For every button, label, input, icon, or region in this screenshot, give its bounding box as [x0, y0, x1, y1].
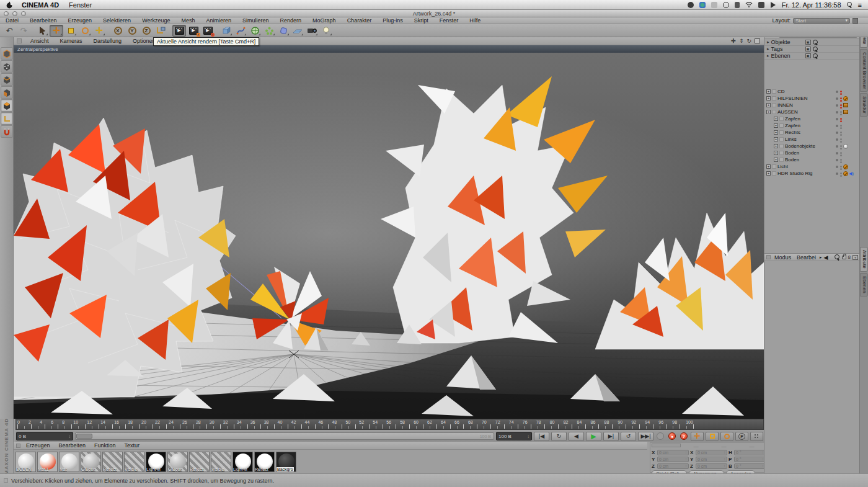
expand-icon[interactable]: +: [766, 164, 771, 169]
visibility-dots[interactable]: [836, 145, 842, 148]
render-view-button[interactable]: ▶: [172, 25, 186, 37]
render-queue-button[interactable]: ▶: [201, 25, 215, 37]
notification-list-icon[interactable]: ≡: [858, 1, 862, 9]
add-subdivision-surface-button[interactable]: [248, 25, 262, 37]
app-menu-item[interactable]: Mesh: [175, 17, 200, 24]
expand-icon[interactable]: +: [774, 151, 778, 155]
panel-handle[interactable]: [16, 444, 20, 448]
axis-mode-button[interactable]: [1, 112, 13, 125]
expand-icon[interactable]: +: [766, 96, 771, 101]
attr-menu-modus[interactable]: Modus: [773, 254, 793, 261]
material-swatch[interactable]: Mat.1: [37, 452, 58, 472]
app-menu-item[interactable]: Erzeugen: [63, 17, 98, 24]
app-menu-item[interactable]: Fenster: [434, 17, 464, 24]
record-disabled-icon[interactable]: [655, 432, 665, 441]
move-tool-button[interactable]: ✛: [50, 25, 63, 37]
next-frame-button[interactable]: ▶|: [603, 432, 619, 441]
visibility-dots[interactable]: [836, 111, 842, 114]
object-name[interactable]: AUSSEN: [777, 109, 836, 115]
lock-y-axis-button[interactable]: Y: [125, 25, 139, 37]
visibility-dots[interactable]: [836, 104, 842, 107]
expand-icon[interactable]: +: [766, 110, 771, 114]
last-tool-button[interactable]: ✛: [92, 25, 106, 37]
app-menu-item[interactable]: Datei: [0, 17, 24, 24]
size-field[interactable]: 0 cm↕: [696, 450, 727, 455]
object-tree-row[interactable]: + Zapfen ◀): [764, 115, 859, 122]
visibility-dots[interactable]: [836, 118, 842, 120]
attr-link-icon[interactable]: 8: [848, 254, 851, 260]
slider-handle[interactable]: [76, 434, 92, 439]
tab-struktur[interactable]: Struktur: [860, 93, 868, 117]
expand-icon[interactable]: +: [774, 144, 778, 148]
visibility-dots[interactable]: [836, 91, 842, 93]
layout-grid-icon[interactable]: [852, 18, 858, 24]
object-tree-row[interactable]: + INNEN ◀): [764, 102, 859, 109]
visibility-dots[interactable]: [836, 159, 842, 161]
object-tree-row[interactable]: + Boden ◀): [764, 150, 859, 156]
model-mode-button[interactable]: [1, 99, 13, 112]
expand-icon[interactable]: +: [774, 130, 778, 135]
app-menu-item[interactable]: Simulieren: [237, 17, 275, 24]
viewport-menu-item[interactable]: Ansicht: [25, 38, 55, 44]
lock-z-axis-button[interactable]: Z: [140, 25, 153, 37]
object-name[interactable]: Zapfen: [785, 123, 836, 128]
attr-search-icon[interactable]: [835, 254, 840, 260]
position-field[interactable]: 0 cm↕: [657, 450, 689, 455]
play-backwards-button[interactable]: ↻: [551, 432, 567, 441]
add-deformer-button[interactable]: [277, 25, 290, 37]
visibility-dots[interactable]: [836, 132, 842, 134]
material-swatch[interactable]: GiBoun: [167, 452, 188, 472]
goto-end-button[interactable]: ▶▶|: [638, 432, 653, 441]
spotlight-icon[interactable]: [847, 2, 852, 7]
attr-lock-icon[interactable]: [842, 256, 846, 259]
status-shield-icon[interactable]: [688, 2, 694, 8]
viewport-render[interactable]: [14, 53, 764, 419]
make-editable-button[interactable]: [1, 47, 13, 60]
material-menu-item[interactable]: Funktion: [90, 442, 120, 449]
material-swatch[interactable]: Light M: [146, 452, 166, 472]
visibility-dots[interactable]: [836, 152, 842, 154]
tab-content-browser[interactable]: Content Browser: [860, 49, 868, 92]
status-faint-icon[interactable]: [711, 2, 717, 8]
viewport-zoom-icon[interactable]: ⇕: [739, 38, 744, 44]
volume-icon[interactable]: [771, 2, 776, 8]
material-swatch[interactable]: Visible: [124, 452, 144, 472]
no-entry-tag-icon[interactable]: [843, 171, 848, 176]
material-swatch[interactable]: BODEN: [16, 452, 36, 472]
attr-back-icon[interactable]: ◀: [824, 254, 828, 261]
object-name[interactable]: Rechts: [785, 130, 836, 135]
timeline-ruler[interactable]: 0246810121416182022242628303234363840424…: [16, 419, 764, 430]
layout-dropdown[interactable]: Start▾: [793, 18, 850, 24]
app-menu-item[interactable]: Rendern: [275, 17, 308, 24]
panel-handle[interactable]: [17, 38, 22, 43]
clock-icon[interactable]: [723, 2, 729, 8]
app-menu-item[interactable]: Plug-ins: [377, 17, 409, 24]
visibility-dots[interactable]: [836, 166, 842, 168]
display-icon[interactable]: [758, 2, 764, 8]
position-field[interactable]: 0 cm↕: [657, 463, 689, 469]
expand-icon[interactable]: +: [766, 103, 771, 107]
material-menu-item[interactable]: Textur: [120, 442, 144, 449]
app-menu-item[interactable]: MoGraph: [307, 17, 342, 24]
sound-button[interactable]: ●: [667, 432, 677, 441]
object-name[interactable]: Licht: [777, 164, 836, 169]
object-tree-row[interactable]: + CD ◀): [764, 88, 859, 95]
material-swatch[interactable]: Reflecti: [189, 452, 210, 472]
expand-icon[interactable]: +: [766, 171, 771, 176]
material-swatch[interactable]: Light M: [232, 452, 253, 472]
redo-button[interactable]: ↷: [17, 25, 30, 37]
material-menu-item[interactable]: Bearbeiten: [55, 442, 91, 449]
expand-icon[interactable]: +: [774, 137, 778, 141]
object-name[interactable]: HDR Studio Rig: [777, 171, 836, 176]
rotate-tool-button[interactable]: [78, 25, 92, 37]
material-swatch[interactable]: GiBoun: [81, 452, 101, 472]
points-mode-button[interactable]: [1, 60, 13, 73]
expand-icon[interactable]: +: [774, 123, 778, 128]
material-menu-item[interactable]: Erzeugen: [22, 442, 55, 449]
current-frame-field[interactable]: 0 B↕: [16, 432, 73, 440]
object-tree-row[interactable]: + Links ◀): [764, 136, 859, 143]
app-menu-item[interactable]: Bearbeiten: [24, 17, 63, 24]
attr-more-icon[interactable]: ▸: [820, 255, 822, 260]
object-tree-row[interactable]: + Rechts ◀): [764, 129, 859, 136]
position-field[interactable]: 0 cm↕: [657, 457, 689, 462]
